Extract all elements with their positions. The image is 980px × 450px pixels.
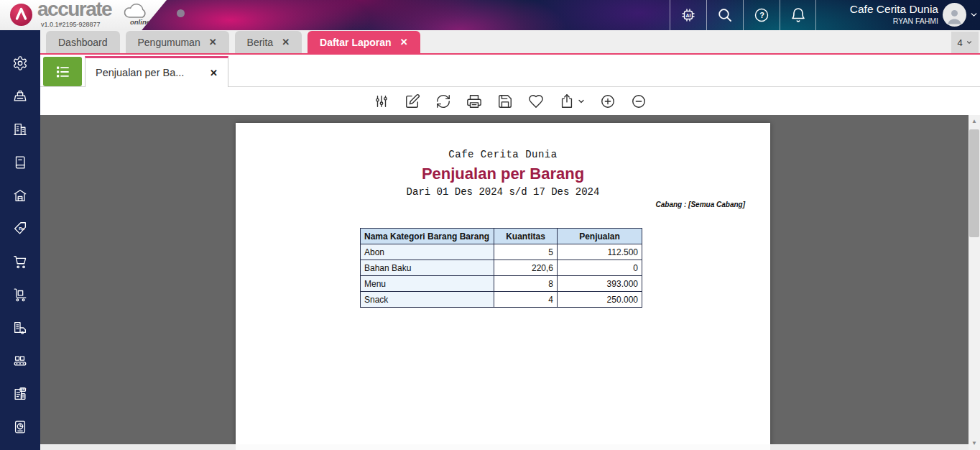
vertical-scrollbar-thumb[interactable] — [969, 129, 979, 237]
save-button[interactable] — [496, 93, 514, 110]
export-options-chevron-icon[interactable] — [577, 97, 586, 106]
column-header-sales: Penjualan — [558, 229, 642, 244]
tab-count: 4 — [957, 37, 962, 48]
svg-text:Rp: Rp — [19, 226, 24, 231]
header-user-name: RYAN FAHMI — [850, 17, 938, 26]
brand-wordmark: accurate — [37, 0, 111, 21]
bell-icon — [790, 6, 807, 24]
filter-settings-button[interactable] — [373, 93, 390, 110]
user-menu-chevron-icon[interactable] — [969, 10, 979, 19]
inventory-trolley-icon[interactable] — [12, 287, 28, 303]
zoom-out-button[interactable] — [630, 93, 647, 110]
help-icon: ? — [753, 6, 770, 24]
accurate-logo-icon — [9, 3, 33, 27]
report-company-name: Cafe Cerita Dunia — [236, 149, 770, 160]
favorite-button[interactable] — [527, 93, 545, 110]
column-header-name: Nama Kategori Barang Barang — [361, 229, 494, 244]
tab-label: Daftar Laporan — [320, 37, 392, 48]
svg-text:AI: AI — [685, 13, 690, 18]
tab-berita[interactable]: Berita ✕ — [235, 31, 302, 53]
printer-icon — [466, 93, 482, 109]
settings-icon[interactable] — [12, 55, 28, 71]
table-row: Snack 4 250.000 — [361, 292, 642, 308]
company-icon[interactable] — [12, 121, 28, 137]
horizontal-scrollbar-thumb[interactable] — [236, 444, 770, 450]
tab-label: Berita — [247, 37, 274, 48]
horizontal-scrollbar[interactable] — [40, 444, 969, 450]
logo-panel: accurate online v1.0.1#2195-928877 — [0, 0, 167, 30]
tax-documents-icon[interactable]: TAX — [12, 386, 28, 402]
export-group — [558, 93, 586, 110]
table-row: Bahan Baku 220,6 0 — [361, 260, 642, 276]
close-icon[interactable]: ✕ — [209, 37, 217, 47]
tab-label: Pengumuman — [138, 37, 200, 48]
cell-quantity: 220,6 — [494, 260, 558, 276]
fixed-assets-icon[interactable] — [12, 320, 28, 336]
export-icon — [559, 93, 575, 109]
user-block: Cafe Cerita Dunia RYAN FAHMI — [850, 2, 938, 26]
tab-dashboard[interactable]: Dashboard — [46, 31, 120, 53]
search-button[interactable] — [706, 0, 743, 30]
report-title: Penjualan per Barang — [236, 165, 770, 183]
cash-register-icon[interactable] — [12, 88, 28, 104]
report-tab-penjualan-per-barang[interactable]: Penjualan per Ba... ✕ — [85, 56, 228, 87]
svg-text:TAX: TAX — [21, 388, 27, 391]
tab-daftar-laporan[interactable]: Daftar Laporan ✕ — [308, 31, 420, 53]
reports-icon[interactable] — [12, 419, 28, 435]
cell-sales: 393.000 — [558, 276, 642, 292]
column-header-quantity: Kuantitas — [494, 229, 558, 244]
table-row: Menu 8 393.000 — [361, 276, 642, 292]
svg-text:?: ? — [759, 11, 764, 19]
warehouse-icon[interactable] — [12, 188, 28, 203]
cell-category: Abon — [361, 244, 494, 260]
cell-sales: 0 — [558, 260, 642, 276]
manufacturing-icon[interactable] — [12, 353, 28, 369]
report-tabbar: Penjualan per Ba... ✕ — [40, 55, 980, 87]
table-header-row: Nama Kategori Barang Barang Kuantitas Pe… — [361, 229, 642, 244]
version-label: v1.0.1#2195-928877 — [41, 21, 101, 28]
ai-assistant-button[interactable]: AI — [670, 0, 706, 30]
top-header: accurate online v1.0.1#2195-928877 AI — [0, 0, 980, 30]
shopping-cart-icon[interactable] — [12, 254, 28, 270]
close-icon[interactable]: ✕ — [210, 68, 218, 78]
header-icon-bar: AI ? — [670, 0, 816, 30]
report-tab-label: Penjualan per Ba... — [96, 67, 184, 78]
refresh-button[interactable] — [435, 93, 452, 110]
edit-icon — [405, 93, 420, 109]
avatar[interactable] — [943, 3, 966, 27]
tab-overflow-button[interactable]: 4 — [951, 32, 979, 53]
edit-button[interactable] — [404, 93, 421, 110]
print-button[interactable] — [466, 93, 483, 110]
cell-category: Snack — [361, 292, 494, 308]
search-icon — [716, 6, 734, 24]
help-button[interactable]: ? — [743, 0, 780, 30]
person-icon — [944, 6, 965, 27]
refresh-icon — [435, 93, 451, 109]
report-period: Dari 01 Des 2024 s/d 17 Des 2024 — [236, 186, 770, 198]
cell-category: Menu — [361, 276, 494, 292]
vertical-scrollbar[interactable]: ▲ ▼ — [969, 115, 980, 450]
report-table: Nama Kategori Barang Barang Kuantitas Pe… — [360, 228, 642, 308]
journal-book-icon[interactable] — [12, 155, 28, 170]
report-viewer: Cafe Cerita Dunia Penjualan per Barang D… — [40, 115, 969, 450]
save-icon — [497, 93, 513, 109]
app-window: accurate online v1.0.1#2195-928877 AI — [0, 0, 980, 450]
close-icon[interactable]: ✕ — [282, 37, 290, 47]
brand-sub-label: online — [130, 18, 150, 26]
export-button[interactable] — [558, 93, 575, 110]
price-tag-rp-icon[interactable]: Rp — [12, 221, 28, 237]
tab-pengumuman[interactable]: Pengumuman ✕ — [126, 31, 229, 53]
chevron-down-icon — [966, 39, 973, 46]
scroll-down-arrow[interactable]: ▼ — [969, 438, 980, 449]
cell-quantity: 4 — [494, 292, 558, 308]
zoom-in-button[interactable] — [599, 93, 616, 110]
notifications-button[interactable] — [780, 0, 816, 30]
close-icon[interactable]: ✕ — [400, 37, 408, 47]
scroll-up-arrow[interactable]: ▲ — [969, 116, 980, 127]
report-list-button[interactable] — [43, 57, 82, 86]
report-branch-note: Cabang : [Semua Cabang] — [656, 201, 745, 208]
cell-sales: 112.500 — [558, 244, 642, 260]
table-row: Abon 5 112.500 — [361, 244, 642, 260]
zoom-in-icon — [600, 93, 616, 109]
main-tabbar: Dashboard Pengumuman ✕ Berita ✕ Daftar L… — [40, 30, 980, 55]
